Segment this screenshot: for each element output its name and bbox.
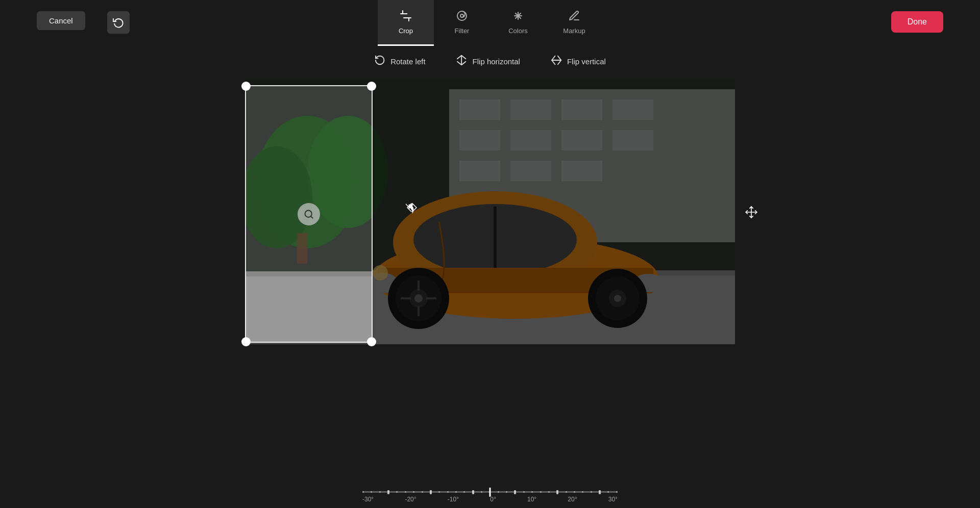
- tick: [574, 491, 575, 493]
- tick: [463, 491, 465, 493]
- tick: [498, 491, 499, 493]
- tab-filter-label: Filter: [455, 27, 470, 35]
- crop-handle-bottom-left[interactable]: [241, 337, 251, 346]
- rotation-slider-area: -30° -20° -10° 0° 10° 20° 30°: [362, 491, 618, 503]
- rotation-label: 10°: [527, 496, 536, 503]
- svg-line-88: [311, 216, 313, 218]
- markup-icon: [568, 10, 580, 24]
- tick: [438, 491, 440, 493]
- svg-rect-64: [297, 233, 307, 264]
- tick: [413, 491, 414, 493]
- history-button[interactable]: [107, 11, 130, 34]
- tick: [371, 491, 372, 493]
- svg-rect-66: [246, 271, 372, 276]
- tick: [548, 491, 550, 493]
- tick: [616, 491, 618, 493]
- crop-handle-top-right[interactable]: [367, 82, 376, 91]
- crop-icon: [400, 10, 412, 24]
- cancel-button[interactable]: Cancel: [37, 11, 85, 30]
- rotation-label: -10°: [448, 496, 459, 503]
- tick: [481, 491, 482, 493]
- tick: [531, 491, 533, 493]
- svg-point-3: [460, 14, 463, 17]
- rotation-track[interactable]: [362, 491, 618, 493]
- tick: [455, 491, 457, 493]
- tick: [506, 491, 507, 493]
- rotation-label: -20°: [405, 496, 416, 503]
- crop-handle-top-left[interactable]: [241, 82, 251, 91]
- rotate-left-icon: [374, 55, 385, 68]
- tick: [379, 491, 381, 493]
- rotation-labels: -30° -20° -10° 0° 10° 20° 30°: [362, 496, 618, 503]
- top-bar: Cancel Crop: [0, 0, 980, 46]
- flip-vertical-action[interactable]: Flip vertical: [551, 55, 606, 68]
- svg-rect-65: [246, 274, 372, 342]
- rotation-label: 0°: [490, 496, 496, 503]
- tick: [362, 491, 364, 493]
- tick-major: [599, 490, 601, 494]
- tick: [566, 491, 567, 493]
- tick-major: [472, 490, 474, 494]
- tab-filter[interactable]: Filter: [434, 0, 490, 46]
- flip-vertical-icon: [551, 55, 562, 68]
- move-cursor-icon: [406, 201, 418, 217]
- tick: [405, 491, 406, 493]
- rotation-label: 30°: [608, 496, 618, 503]
- done-button[interactable]: Done: [891, 11, 943, 33]
- rotation-thumb[interactable]: [489, 488, 491, 497]
- nav-tabs: Crop Filter Colors: [378, 0, 602, 46]
- rotate-left-label: Rotate left: [390, 57, 425, 66]
- tick: [422, 491, 423, 493]
- tick-major: [430, 490, 432, 494]
- flip-horizontal-icon: [456, 55, 468, 68]
- tab-crop-label: Crop: [399, 27, 413, 35]
- crop-box[interactable]: [245, 85, 373, 343]
- flip-vertical-label: Flip vertical: [567, 57, 606, 66]
- colors-icon: [512, 10, 524, 24]
- flip-horizontal-label: Flip horizontal: [473, 57, 520, 66]
- tick: [540, 491, 542, 493]
- image-area: [245, 79, 735, 344]
- tab-colors[interactable]: Colors: [490, 0, 546, 46]
- tick: [591, 491, 592, 493]
- tab-markup[interactable]: Markup: [546, 0, 602, 46]
- move-icon[interactable]: [745, 206, 758, 222]
- zoom-icon[interactable]: [298, 203, 320, 225]
- tab-crop[interactable]: Crop: [378, 0, 434, 46]
- tick: [523, 491, 525, 493]
- rotate-left-action[interactable]: Rotate left: [374, 55, 425, 68]
- tick: [582, 491, 583, 493]
- tick: [447, 491, 449, 493]
- tick-major: [387, 490, 389, 494]
- crop-handle-bottom-right[interactable]: [367, 337, 376, 346]
- tick: [607, 491, 609, 493]
- tick-major: [514, 490, 516, 494]
- flip-horizontal-action[interactable]: Flip horizontal: [456, 55, 520, 68]
- filter-icon: [456, 10, 468, 24]
- tab-colors-label: Colors: [508, 27, 528, 35]
- tick: [396, 491, 398, 493]
- tab-markup-label: Markup: [563, 27, 585, 35]
- rotation-label: -30°: [362, 496, 374, 503]
- tick-major: [556, 490, 558, 494]
- action-bar: Rotate left Flip horizontal Flip vertica…: [374, 46, 606, 77]
- rotation-label: 20°: [568, 496, 577, 503]
